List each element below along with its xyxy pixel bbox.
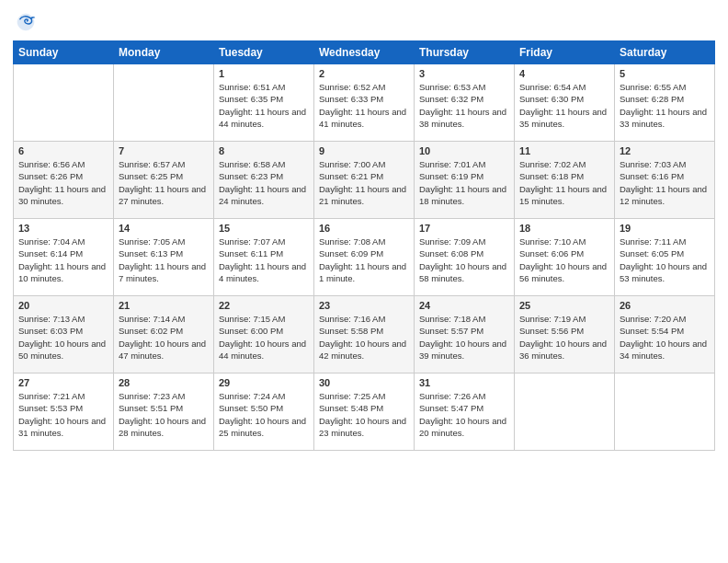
day-info: Sunrise: 7:25 AMSunset: 5:48 PMDaylight:… bbox=[319, 390, 409, 439]
calendar-cell: 13Sunrise: 7:04 AMSunset: 6:14 PMDayligh… bbox=[14, 219, 114, 296]
day-number: 3 bbox=[419, 68, 509, 79]
calendar-week-row: 20Sunrise: 7:13 AMSunset: 6:03 PMDayligh… bbox=[14, 296, 715, 373]
day-number: 25 bbox=[519, 300, 609, 311]
day-number: 12 bbox=[620, 145, 710, 156]
calendar-cell: 21Sunrise: 7:14 AMSunset: 6:02 PMDayligh… bbox=[114, 296, 214, 373]
calendar-cell: 26Sunrise: 7:20 AMSunset: 5:54 PMDayligh… bbox=[615, 296, 715, 373]
calendar-cell: 3Sunrise: 6:53 AMSunset: 6:32 PMDaylight… bbox=[415, 64, 515, 142]
day-number: 5 bbox=[620, 68, 710, 79]
calendar-cell: 29Sunrise: 7:24 AMSunset: 5:50 PMDayligh… bbox=[214, 373, 314, 451]
calendar-cell: 18Sunrise: 7:10 AMSunset: 6:06 PMDayligh… bbox=[515, 219, 615, 296]
day-info: Sunrise: 7:14 AMSunset: 6:02 PMDaylight:… bbox=[119, 313, 209, 362]
day-info: Sunrise: 7:24 AMSunset: 5:50 PMDaylight:… bbox=[219, 390, 309, 439]
header bbox=[13, 9, 715, 35]
day-info: Sunrise: 7:01 AMSunset: 6:19 PMDaylight:… bbox=[419, 158, 509, 207]
day-number: 1 bbox=[219, 68, 309, 79]
calendar-cell: 2Sunrise: 6:52 AMSunset: 6:33 PMDaylight… bbox=[314, 64, 415, 142]
day-info: Sunrise: 7:19 AMSunset: 5:56 PMDaylight:… bbox=[519, 313, 609, 362]
calendar-cell: 17Sunrise: 7:09 AMSunset: 6:08 PMDayligh… bbox=[415, 219, 515, 296]
calendar-cell: 5Sunrise: 6:55 AMSunset: 6:28 PMDaylight… bbox=[615, 64, 715, 142]
day-info: Sunrise: 7:08 AMSunset: 6:09 PMDaylight:… bbox=[319, 236, 409, 284]
weekday-header-row: SundayMondayTuesdayWednesdayThursdayFrid… bbox=[14, 41, 715, 64]
calendar-cell: 6Sunrise: 6:56 AMSunset: 6:26 PMDaylight… bbox=[14, 142, 114, 219]
day-number: 20 bbox=[18, 300, 108, 311]
calendar-cell: 4Sunrise: 6:54 AMSunset: 6:30 PMDaylight… bbox=[515, 64, 615, 142]
weekday-header-cell: Saturday bbox=[615, 41, 715, 64]
day-info: Sunrise: 6:53 AMSunset: 6:32 PMDaylight:… bbox=[419, 81, 509, 130]
weekday-header-cell: Monday bbox=[114, 41, 214, 64]
calendar-cell: 15Sunrise: 7:07 AMSunset: 6:11 PMDayligh… bbox=[214, 219, 314, 296]
day-number: 6 bbox=[18, 145, 108, 156]
day-number: 9 bbox=[319, 145, 409, 156]
day-number: 21 bbox=[119, 300, 209, 311]
calendar-cell: 27Sunrise: 7:21 AMSunset: 5:53 PMDayligh… bbox=[14, 373, 114, 451]
day-number: 14 bbox=[119, 223, 209, 234]
page-container: SundayMondayTuesdayWednesdayThursdayFrid… bbox=[0, 0, 728, 456]
calendar-week-row: 6Sunrise: 6:56 AMSunset: 6:26 PMDaylight… bbox=[14, 142, 715, 219]
day-info: Sunrise: 7:20 AMSunset: 5:54 PMDaylight:… bbox=[620, 313, 710, 362]
day-info: Sunrise: 6:52 AMSunset: 6:33 PMDaylight:… bbox=[319, 81, 409, 130]
day-info: Sunrise: 7:16 AMSunset: 5:58 PMDaylight:… bbox=[319, 313, 409, 362]
calendar-cell bbox=[14, 64, 114, 142]
day-number: 29 bbox=[219, 377, 309, 388]
day-info: Sunrise: 6:51 AMSunset: 6:35 PMDaylight:… bbox=[219, 81, 309, 130]
calendar-cell bbox=[515, 373, 615, 451]
calendar-cell: 9Sunrise: 7:00 AMSunset: 6:21 PMDaylight… bbox=[314, 142, 415, 219]
calendar-cell: 7Sunrise: 6:57 AMSunset: 6:25 PMDaylight… bbox=[114, 142, 214, 219]
day-number: 24 bbox=[419, 300, 509, 311]
day-info: Sunrise: 7:00 AMSunset: 6:21 PMDaylight:… bbox=[319, 158, 409, 207]
day-number: 18 bbox=[519, 223, 609, 234]
calendar-cell: 1Sunrise: 6:51 AMSunset: 6:35 PMDaylight… bbox=[214, 64, 314, 142]
day-info: Sunrise: 7:09 AMSunset: 6:08 PMDaylight:… bbox=[419, 236, 509, 284]
day-number: 30 bbox=[319, 377, 409, 388]
day-info: Sunrise: 6:54 AMSunset: 6:30 PMDaylight:… bbox=[519, 81, 609, 130]
day-number: 8 bbox=[219, 145, 309, 156]
day-number: 22 bbox=[219, 300, 309, 311]
day-info: Sunrise: 7:23 AMSunset: 5:51 PMDaylight:… bbox=[119, 390, 209, 439]
day-number: 17 bbox=[419, 223, 509, 234]
day-info: Sunrise: 7:11 AMSunset: 6:05 PMDaylight:… bbox=[620, 236, 710, 284]
weekday-header-cell: Friday bbox=[515, 41, 615, 64]
day-info: Sunrise: 6:56 AMSunset: 6:26 PMDaylight:… bbox=[18, 158, 108, 207]
logo-icon bbox=[13, 9, 39, 35]
calendar-cell: 22Sunrise: 7:15 AMSunset: 6:00 PMDayligh… bbox=[214, 296, 314, 373]
day-info: Sunrise: 7:10 AMSunset: 6:06 PMDaylight:… bbox=[519, 236, 609, 284]
day-number: 26 bbox=[620, 300, 710, 311]
calendar-cell bbox=[615, 373, 715, 451]
calendar-cell: 31Sunrise: 7:26 AMSunset: 5:47 PMDayligh… bbox=[415, 373, 515, 451]
calendar-cell: 14Sunrise: 7:05 AMSunset: 6:13 PMDayligh… bbox=[114, 219, 214, 296]
day-number: 10 bbox=[419, 145, 509, 156]
calendar-cell: 30Sunrise: 7:25 AMSunset: 5:48 PMDayligh… bbox=[314, 373, 415, 451]
day-number: 28 bbox=[119, 377, 209, 388]
day-number: 16 bbox=[319, 223, 409, 234]
day-number: 31 bbox=[419, 377, 509, 388]
day-number: 23 bbox=[319, 300, 409, 311]
weekday-header-cell: Tuesday bbox=[214, 41, 314, 64]
calendar-week-row: 1Sunrise: 6:51 AMSunset: 6:35 PMDaylight… bbox=[14, 64, 715, 142]
calendar-cell: 16Sunrise: 7:08 AMSunset: 6:09 PMDayligh… bbox=[314, 219, 415, 296]
day-info: Sunrise: 7:15 AMSunset: 6:00 PMDaylight:… bbox=[219, 313, 309, 362]
day-number: 4 bbox=[519, 68, 609, 79]
calendar-cell: 24Sunrise: 7:18 AMSunset: 5:57 PMDayligh… bbox=[415, 296, 515, 373]
weekday-header-cell: Sunday bbox=[14, 41, 114, 64]
calendar-body: 1Sunrise: 6:51 AMSunset: 6:35 PMDaylight… bbox=[14, 64, 715, 451]
day-info: Sunrise: 7:04 AMSunset: 6:14 PMDaylight:… bbox=[18, 236, 108, 284]
day-info: Sunrise: 7:18 AMSunset: 5:57 PMDaylight:… bbox=[419, 313, 509, 362]
day-info: Sunrise: 7:03 AMSunset: 6:16 PMDaylight:… bbox=[620, 158, 710, 207]
calendar-cell: 20Sunrise: 7:13 AMSunset: 6:03 PMDayligh… bbox=[14, 296, 114, 373]
calendar-cell: 8Sunrise: 6:58 AMSunset: 6:23 PMDaylight… bbox=[214, 142, 314, 219]
day-info: Sunrise: 6:58 AMSunset: 6:23 PMDaylight:… bbox=[219, 158, 309, 207]
calendar-cell: 28Sunrise: 7:23 AMSunset: 5:51 PMDayligh… bbox=[114, 373, 214, 451]
calendar-cell: 11Sunrise: 7:02 AMSunset: 6:18 PMDayligh… bbox=[515, 142, 615, 219]
day-info: Sunrise: 7:05 AMSunset: 6:13 PMDaylight:… bbox=[119, 236, 209, 284]
day-number: 15 bbox=[219, 223, 309, 234]
calendar-cell: 10Sunrise: 7:01 AMSunset: 6:19 PMDayligh… bbox=[415, 142, 515, 219]
day-info: Sunrise: 7:26 AMSunset: 5:47 PMDaylight:… bbox=[419, 390, 509, 439]
calendar-week-row: 27Sunrise: 7:21 AMSunset: 5:53 PMDayligh… bbox=[14, 373, 715, 451]
day-info: Sunrise: 6:57 AMSunset: 6:25 PMDaylight:… bbox=[119, 158, 209, 207]
day-info: Sunrise: 7:21 AMSunset: 5:53 PMDaylight:… bbox=[18, 390, 108, 439]
calendar-table: SundayMondayTuesdayWednesdayThursdayFrid… bbox=[13, 40, 715, 451]
calendar-cell: 23Sunrise: 7:16 AMSunset: 5:58 PMDayligh… bbox=[314, 296, 415, 373]
day-number: 19 bbox=[620, 223, 710, 234]
day-info: Sunrise: 7:07 AMSunset: 6:11 PMDaylight:… bbox=[219, 236, 309, 284]
